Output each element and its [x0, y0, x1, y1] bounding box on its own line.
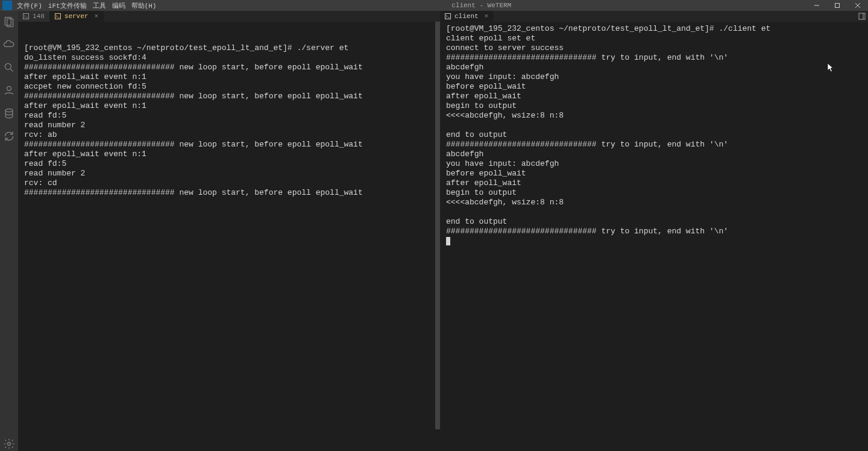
terminal-line: after epoll_wait event n:1: [24, 150, 434, 159]
terminal-line: after epoll_wait: [446, 178, 862, 188]
terminal-icon: [23, 13, 29, 19]
minimize-button[interactable]: [807, 0, 827, 11]
terminal-line: ################################ new loo…: [24, 188, 434, 198]
svg-point-10: [8, 443, 11, 446]
person-icon[interactable]: [2, 83, 16, 98]
terminal-line: do_listen success sockfd:4: [24, 53, 434, 63]
activity-bar: [0, 11, 18, 451]
terminal-line: ################################ try to …: [446, 227, 862, 236]
svg-rect-11: [24, 14, 29, 19]
terminal-line: before epoll_wait: [446, 169, 862, 178]
svg-rect-13: [445, 14, 451, 19]
terminal-line: <<<<abcdefgh, wsize:8 n:8: [446, 198, 862, 207]
terminal-line: ################################ try to …: [446, 140, 862, 150]
terminal-line: abcdefgh: [446, 63, 862, 72]
window-title: client - WeTERM: [156, 2, 807, 9]
terminal-line: abcdefgh: [446, 150, 862, 159]
search-icon[interactable]: [2, 60, 16, 75]
terminal-line: read fd:5: [24, 111, 434, 121]
svg-point-9: [5, 109, 13, 112]
terminal-line: connect to server success: [446, 43, 862, 53]
terminal-line: rcv: ab: [24, 130, 434, 140]
svg-point-6: [5, 63, 11, 69]
terminal-line: ################################ new loo…: [24, 140, 434, 150]
svg-point-8: [7, 86, 11, 90]
terminal-line: read fd:5: [24, 159, 434, 169]
files-icon[interactable]: [2, 14, 16, 29]
terminal-line: before epoll_wait: [446, 82, 862, 92]
terminal-line: begin to output: [446, 188, 862, 198]
close-icon[interactable]: ×: [94, 13, 98, 20]
terminal-line: [446, 236, 862, 246]
tab-label: 148: [33, 13, 45, 20]
terminal-line: client epoll set et: [446, 34, 862, 43]
app-icon: [2, 1, 12, 10]
panel-icon[interactable]: [856, 11, 868, 22]
tab-client[interactable]: client ×: [440, 11, 494, 22]
terminal-icon: [55, 13, 61, 19]
cursor: [446, 237, 450, 245]
terminal-line: end to output: [446, 130, 862, 140]
terminal-line: read number 2: [24, 121, 434, 130]
terminal-line: [446, 207, 862, 217]
titlebar: 文件(F) iFt文件传输 工具 编码 帮助(H) client - WeTER…: [0, 0, 868, 11]
close-icon[interactable]: ×: [485, 13, 489, 20]
menu-transfer[interactable]: iFt文件传输: [48, 1, 87, 10]
terminal-line: [root@VM_195_232_centos ~/netproto/test_…: [446, 24, 862, 34]
terminal-line: after epoll_wait: [446, 92, 862, 101]
maximize-button[interactable]: [827, 0, 848, 11]
right-pane: client × [root@VM_195_232_centos ~/netpr…: [440, 11, 868, 451]
left-tabbar: 148 server ×: [18, 11, 440, 22]
window-controls: [807, 0, 868, 11]
menu-tools[interactable]: 工具: [93, 1, 106, 10]
svg-rect-1: [835, 4, 840, 8]
svg-rect-12: [55, 14, 60, 19]
terminal-line: ################################ new loo…: [24, 63, 434, 72]
split-panes: 148 server × [root@VM_195_232_centos ~/n…: [18, 11, 868, 451]
svg-rect-14: [859, 13, 865, 19]
terminal-line: ################################ new loo…: [24, 92, 434, 101]
terminal-line: after epoll_wait event n:1: [24, 72, 434, 82]
terminal-line: read number 2: [24, 169, 434, 178]
cloud-icon[interactable]: [2, 37, 16, 52]
terminal-line: end to output: [446, 217, 862, 227]
terminal-line: ################################ try to …: [446, 53, 862, 63]
terminal-line: <<<<abcdefgh, wsize:8 n:8: [446, 111, 862, 121]
terminal-line: accpet new connection fd:5: [24, 82, 434, 92]
scrollbar-thumb[interactable]: [435, 22, 440, 429]
menu-help[interactable]: 帮助(H): [131, 1, 157, 10]
menu-file[interactable]: 文件(F): [17, 1, 42, 10]
terminal-line: [root@VM_195_232_centos ~/netproto/test_…: [24, 43, 434, 53]
settings-icon[interactable]: [2, 437, 16, 451]
svg-line-7: [11, 69, 13, 72]
tab-server[interactable]: server ×: [50, 11, 104, 22]
terminal-line: [446, 121, 862, 130]
terminal-line: after epoll_wait event n:1: [24, 101, 434, 111]
left-terminal[interactable]: [root@VM_195_232_centos ~/netproto/test_…: [18, 22, 440, 451]
terminal-line: rcv: cd: [24, 178, 434, 188]
menu-encoding[interactable]: 编码: [112, 1, 125, 10]
tab-148[interactable]: 148: [18, 11, 50, 22]
tab-label: client: [454, 13, 479, 20]
database-icon[interactable]: [2, 106, 16, 121]
menu-bar: 文件(F) iFt文件传输 工具 编码 帮助(H): [14, 1, 156, 10]
main-area: 148 server × [root@VM_195_232_centos ~/n…: [0, 11, 868, 451]
terminal-line: you have input: abcdefgh: [446, 72, 862, 82]
refresh-icon[interactable]: [2, 129, 16, 144]
close-button[interactable]: [848, 0, 868, 11]
right-tabbar: client ×: [440, 11, 868, 22]
tab-label: server: [64, 13, 89, 20]
terminal-icon: [445, 13, 451, 19]
left-pane: 148 server × [root@VM_195_232_centos ~/n…: [18, 11, 440, 451]
right-terminal[interactable]: [root@VM_195_232_centos ~/netproto/test_…: [440, 22, 868, 451]
terminal-line: you have input: abcdefgh: [446, 159, 862, 169]
terminal-line: begin to output: [446, 101, 862, 111]
scrollbar[interactable]: [435, 22, 440, 451]
